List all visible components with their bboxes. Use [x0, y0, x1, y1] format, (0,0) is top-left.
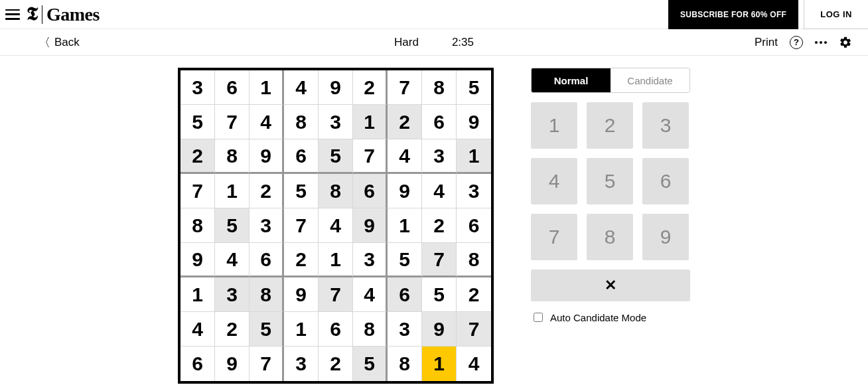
numpad-key-2[interactable]: 2: [587, 102, 633, 149]
mode-candidate-tab[interactable]: Candidate: [611, 68, 689, 92]
numpad-key-4[interactable]: 4: [531, 158, 577, 204]
sudoku-cell[interactable]: 1: [250, 70, 284, 105]
sudoku-cell[interactable]: 1: [457, 139, 491, 174]
sudoku-cell[interactable]: 4: [457, 347, 491, 381]
sudoku-cell[interactable]: 9: [250, 139, 284, 174]
sudoku-cell[interactable]: 4: [215, 243, 250, 277]
mode-normal-tab[interactable]: Normal: [532, 68, 611, 92]
sudoku-cell[interactable]: 4: [319, 208, 353, 243]
sudoku-cell[interactable]: 3: [388, 312, 422, 347]
sudoku-cell[interactable]: 9: [422, 312, 457, 347]
numpad-key-5[interactable]: 5: [587, 158, 633, 204]
sudoku-cell[interactable]: 5: [422, 277, 457, 312]
sudoku-cell[interactable]: 6: [388, 277, 422, 312]
sudoku-cell[interactable]: 1: [319, 243, 353, 277]
sudoku-cell[interactable]: 8: [319, 174, 353, 208]
numpad-key-1[interactable]: 1: [531, 102, 577, 149]
sudoku-cell[interactable]: 3: [250, 208, 284, 243]
sudoku-cell[interactable]: 8: [353, 312, 388, 347]
sudoku-cell[interactable]: 6: [215, 70, 250, 105]
sudoku-cell[interactable]: 6: [422, 105, 457, 139]
sudoku-cell[interactable]: 4: [388, 139, 422, 174]
help-button[interactable]: ?: [790, 36, 803, 49]
sudoku-cell[interactable]: 4: [284, 70, 319, 105]
sudoku-cell[interactable]: 4: [422, 174, 457, 208]
sudoku-cell[interactable]: 2: [353, 70, 388, 105]
sudoku-cell[interactable]: 3: [422, 139, 457, 174]
sudoku-cell[interactable]: 3: [457, 174, 491, 208]
sudoku-cell[interactable]: 3: [353, 243, 388, 277]
sudoku-cell[interactable]: 7: [457, 312, 491, 347]
sudoku-cell[interactable]: 4: [250, 105, 284, 139]
menu-icon[interactable]: [5, 9, 20, 20]
sudoku-cell[interactable]: 7: [422, 243, 457, 277]
sudoku-cell[interactable]: 1: [284, 312, 319, 347]
numpad-key-9[interactable]: 9: [642, 214, 689, 260]
sudoku-cell[interactable]: 4: [353, 277, 388, 312]
sudoku-cell[interactable]: 8: [388, 347, 422, 381]
sudoku-cell[interactable]: 5: [215, 208, 250, 243]
sudoku-cell[interactable]: 2: [215, 312, 250, 347]
sudoku-cell[interactable]: 7: [319, 277, 353, 312]
sudoku-cell[interactable]: 1: [215, 174, 250, 208]
sudoku-cell[interactable]: 5: [319, 139, 353, 174]
subscribe-button[interactable]: SUBSCRIBE FOR 60% OFF: [668, 0, 798, 29]
sudoku-cell[interactable]: 7: [215, 105, 250, 139]
sudoku-cell[interactable]: 9: [284, 277, 319, 312]
auto-candidate-checkbox[interactable]: [534, 313, 543, 322]
numpad-key-6[interactable]: 6: [642, 158, 689, 204]
sudoku-cell[interactable]: 6: [319, 312, 353, 347]
sudoku-cell[interactable]: 7: [388, 70, 422, 105]
sudoku-cell[interactable]: 4: [181, 312, 215, 347]
sudoku-cell[interactable]: 9: [388, 174, 422, 208]
brand[interactable]: 𝕿 Games: [27, 3, 100, 25]
sudoku-cell[interactable]: 9: [319, 70, 353, 105]
sudoku-cell[interactable]: 1: [353, 105, 388, 139]
sudoku-cell[interactable]: 2: [319, 347, 353, 381]
sudoku-cell[interactable]: 5: [457, 70, 491, 105]
sudoku-cell[interactable]: 6: [457, 208, 491, 243]
numpad-key-8[interactable]: 8: [587, 214, 633, 260]
sudoku-cell[interactable]: 9: [457, 105, 491, 139]
sudoku-cell[interactable]: 8: [284, 105, 319, 139]
auto-candidate-toggle[interactable]: Auto Candidate Mode: [531, 311, 690, 324]
sudoku-cell[interactable]: 7: [250, 347, 284, 381]
numpad-key-3[interactable]: 3: [642, 102, 689, 149]
sudoku-cell[interactable]: 6: [284, 139, 319, 174]
sudoku-cell[interactable]: 6: [250, 243, 284, 277]
sudoku-cell[interactable]: 8: [181, 208, 215, 243]
sudoku-cell[interactable]: 8: [457, 243, 491, 277]
sudoku-cell[interactable]: 2: [284, 243, 319, 277]
more-button[interactable]: [815, 41, 827, 44]
sudoku-cell[interactable]: 1: [181, 277, 215, 312]
sudoku-cell[interactable]: 7: [284, 208, 319, 243]
sudoku-cell[interactable]: 3: [319, 105, 353, 139]
sudoku-cell[interactable]: 3: [181, 70, 215, 105]
clear-button[interactable]: ✕: [531, 270, 690, 301]
sudoku-cell[interactable]: 5: [388, 243, 422, 277]
sudoku-cell[interactable]: 7: [181, 174, 215, 208]
numpad-key-7[interactable]: 7: [531, 214, 577, 260]
sudoku-cell[interactable]: 9: [181, 243, 215, 277]
sudoku-cell[interactable]: 8: [422, 70, 457, 105]
login-button[interactable]: LOG IN: [804, 0, 868, 29]
sudoku-cell[interactable]: 5: [284, 174, 319, 208]
sudoku-cell[interactable]: 8: [215, 139, 250, 174]
sudoku-cell[interactable]: 2: [250, 174, 284, 208]
print-button[interactable]: Print: [755, 36, 778, 49]
sudoku-cell[interactable]: 3: [284, 347, 319, 381]
sudoku-cell[interactable]: 9: [353, 208, 388, 243]
sudoku-cell[interactable]: 5: [181, 105, 215, 139]
sudoku-cell[interactable]: 5: [250, 312, 284, 347]
sudoku-cell[interactable]: 1: [388, 208, 422, 243]
sudoku-cell[interactable]: 7: [353, 139, 388, 174]
sudoku-cell[interactable]: 6: [181, 347, 215, 381]
sudoku-cell[interactable]: 5: [353, 347, 388, 381]
sudoku-cell[interactable]: 2: [181, 139, 215, 174]
sudoku-cell[interactable]: 3: [215, 277, 250, 312]
settings-button[interactable]: [839, 36, 852, 49]
sudoku-cell[interactable]: 2: [388, 105, 422, 139]
back-button[interactable]: 〈 Back: [38, 36, 80, 49]
sudoku-cell[interactable]: 1: [422, 347, 457, 381]
sudoku-cell[interactable]: 8: [250, 277, 284, 312]
